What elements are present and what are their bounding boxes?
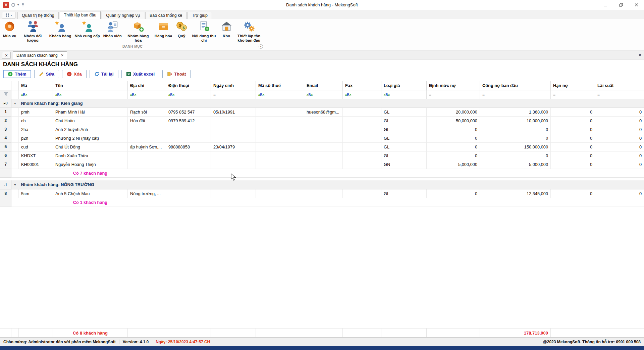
grid-cell-dia-chi[interactable] [128, 134, 166, 142]
ribbon-item-nhan-vien[interactable]: Nhân viên [102, 20, 123, 39]
grid-cell-dia-chi[interactable]: Hòn đất [128, 116, 166, 125]
grid-cell-fax[interactable] [343, 160, 381, 169]
filter-cell-dia-chi[interactable]: aBc [128, 90, 166, 99]
quick-access-dropdown-icon[interactable]: ▾ [17, 3, 19, 6]
grid-cell-dia-chi[interactable] [128, 151, 166, 160]
ribbon-item-hang-hoa[interactable]: Hàng hóa [153, 20, 174, 39]
column-header-lai-suat[interactable]: Lãi suất [595, 81, 644, 90]
column-header-fax[interactable]: Fax [343, 81, 381, 90]
grid-cell-han-no[interactable]: 0 [551, 125, 595, 134]
grid-cell-cong-no-ban-dau[interactable]: 150,000,000 [480, 142, 551, 151]
grid-cell-dien-thoai[interactable]: 0979 589 412 [166, 116, 211, 125]
group-row-label[interactable]: Nhóm khách hàng: NÔNG TRƯỜNG [19, 180, 644, 189]
grid-cell-han-no[interactable]: 0 [551, 189, 595, 198]
grid-cell-email[interactable] [304, 116, 343, 125]
ribbon-item-kho[interactable]: Kho [219, 20, 234, 39]
grid-cell-ma-so-thue[interactable] [256, 107, 304, 116]
grid-cell-ten[interactable]: Phạm Minh Hải [53, 107, 128, 116]
grid-cell-ten[interactable]: Chú Hoàn [53, 116, 128, 125]
grid-cell-dinh-muc-no[interactable]: 50,000,000 [427, 116, 480, 125]
tai-lai-button[interactable]: Tải lại [90, 70, 118, 78]
filter-cell-ten[interactable]: aBc [53, 90, 128, 99]
grid-cell-ma-so-thue[interactable] [256, 125, 304, 134]
grid-cell-han-no[interactable]: 0 [551, 142, 595, 151]
grid-cell-ten[interactable]: Anh 2 huỳnh Anh [53, 125, 128, 134]
grid-cell-ten[interactable]: Anh 5 Chệch Mau [53, 189, 128, 198]
filter-cell-lai-suat[interactable]: = [595, 90, 644, 99]
grid-cell-fax[interactable] [343, 107, 381, 116]
grid-cell-cong-no-ban-dau[interactable]: 12,345,000 [480, 189, 551, 198]
filter-cell-han-no[interactable]: = [551, 90, 595, 99]
minimize-button[interactable] [598, 0, 613, 10]
grid-cell-dien-thoai[interactable] [166, 151, 211, 160]
grid-cell-lai-suat[interactable]: 0 [595, 142, 644, 151]
app-menu-button[interactable]: ▾ [2, 12, 15, 18]
grid-cell-dien-thoai[interactable] [166, 160, 211, 169]
grid-cell-ngay-sinh[interactable] [211, 151, 256, 160]
grid-cell-ngay-sinh[interactable] [211, 116, 256, 125]
grid-cell-fax[interactable] [343, 189, 381, 198]
ribbon-tab-tro-giup[interactable]: Trợ giúp [187, 12, 212, 19]
column-header-dia-chi[interactable]: Địa chỉ [128, 81, 166, 90]
tab-danh-sach-khach-hang[interactable]: Danh sách khách hàng× [13, 51, 67, 59]
grid-cell-ten[interactable]: Chú Út Đổng [53, 142, 128, 151]
grid-cell-ma-so-thue[interactable] [256, 134, 304, 142]
column-header-cong-no-ban-dau[interactable]: Công nợ ban đầu [480, 81, 551, 90]
grid-cell-loai-gia[interactable]: GL [381, 107, 427, 116]
grid-cell-ma[interactable]: KHDXT [19, 151, 53, 160]
grid-cell-dien-thoai[interactable]: 0795 852 547 [166, 107, 211, 116]
ribbon-group-launcher-icon[interactable]: ▾ [259, 44, 263, 49]
grid-cell-fax[interactable] [343, 116, 381, 125]
column-header-ma[interactable]: Mã [19, 81, 53, 90]
grid-cell-dien-thoai[interactable] [166, 189, 211, 198]
ribbon-item-nhom-hang-hoa[interactable]: Nhóm hàng hóa [123, 20, 153, 43]
ribbon-item-nhom-doi-tuong[interactable]: Nhóm đối tượng [18, 20, 48, 43]
thoat-button[interactable]: Thoát [162, 70, 191, 78]
grid-cell-fax[interactable] [343, 151, 381, 160]
group-expander-icon[interactable]: ▾ [11, 180, 19, 189]
grid-cell-ma[interactable]: 2ha [19, 125, 53, 134]
grid-cell-dia-chi[interactable]: Rạch sỏi [128, 107, 166, 116]
grid-cell-han-no[interactable]: 0 [551, 160, 595, 169]
grid-cell-loai-gia[interactable]: GL [381, 125, 427, 134]
grid-cell-dien-thoai[interactable]: 988888858 [166, 142, 211, 151]
grid-cell-ngay-sinh[interactable] [211, 134, 256, 142]
grid-cell-loai-gia[interactable]: GL [381, 134, 427, 142]
ribbon-tab-bao-cao-thong-ke[interactable]: Báo cáo thống kê [145, 12, 186, 19]
column-header-ngay-sinh[interactable]: Ngày sinh [211, 81, 256, 90]
grid-cell-dinh-muc-no[interactable]: 0 [427, 125, 480, 134]
grid-cell-han-no[interactable]: 0 [551, 107, 595, 116]
column-header-han-no[interactable]: Hạn nợ [551, 81, 595, 90]
ribbon-item-noi-dung-thu-chi[interactable]: Nội dung thu chi [189, 20, 219, 43]
ribbon-item-khach-hang[interactable]: Khách hàng [48, 20, 73, 39]
column-header-email[interactable]: Email [304, 81, 343, 90]
column-header-ten[interactable]: Tên [53, 81, 128, 90]
ribbon-item-quy[interactable]: $$Quỹ [174, 20, 189, 39]
grid-cell-ngay-sinh[interactable]: 05/10/1991 [211, 107, 256, 116]
grid-cell-ma-so-thue[interactable] [256, 160, 304, 169]
grid-cell-lai-suat[interactable]: 0 [595, 160, 644, 169]
group-row-label[interactable]: Nhóm khách hàng: Kiên giang [19, 99, 644, 107]
column-header-loai-gia[interactable]: Loại giá [381, 81, 427, 90]
tabstrip-close-icon[interactable]: × [639, 52, 641, 58]
grid-cell-fax[interactable] [343, 125, 381, 134]
grid-cell-loai-gia[interactable]: GL [381, 189, 427, 198]
grid-cell-ma[interactable]: cud [19, 142, 53, 151]
ribbon-item-thiet-lap-ton-kho-ban-dau[interactable]: Thiết lập tồn kho ban đầu [234, 20, 264, 43]
xuat-excel-button[interactable]: Xuất excel [121, 70, 159, 78]
grid-cell-loai-gia[interactable]: GL [381, 142, 427, 151]
ribbon-item-nha-cung-cap[interactable]: Nhà cung cấp [73, 20, 101, 39]
ribbon-item-mua-vu[interactable]: Mùa vụ [1, 20, 18, 39]
grid-cell-dien-thoai[interactable] [166, 125, 211, 134]
filter-cell-dien-thoai[interactable]: aBc [166, 90, 211, 99]
grid-cell-email[interactable] [304, 142, 343, 151]
grid-cell-dinh-muc-no[interactable]: 5,000,000 [427, 160, 480, 169]
grid-cell-loai-gia[interactable]: GL [381, 116, 427, 125]
grid-cell-email[interactable] [304, 134, 343, 142]
sua-button[interactable]: Sửa [34, 70, 59, 78]
tab-close-icon[interactable]: × [61, 53, 64, 57]
grid-cell-ten[interactable]: Nguyễn Hoàng Thiện [53, 160, 128, 169]
grid-cell-loai-gia[interactable]: GL [381, 151, 427, 160]
grid-cell-dia-chi[interactable]: Nông trường, ... [128, 189, 166, 198]
grid-cell-lai-suat[interactable]: 0 [595, 189, 644, 198]
